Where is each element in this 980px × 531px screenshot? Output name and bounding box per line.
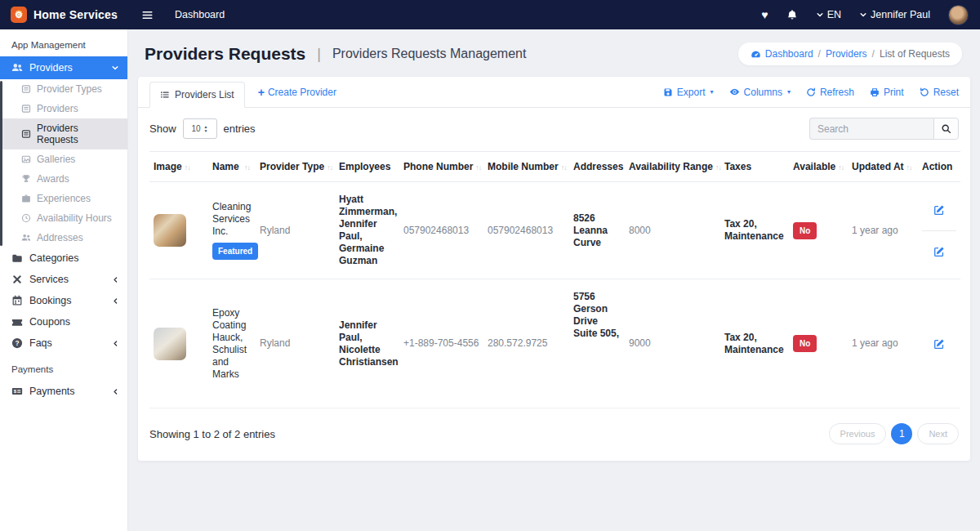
- eye-icon: [729, 87, 740, 97]
- sidebar-item-label: Payments: [29, 386, 75, 397]
- search-button[interactable]: [933, 118, 959, 140]
- page-size-select[interactable]: 10 ▲▼: [183, 118, 217, 139]
- sort-icon[interactable]: ↑↓: [185, 163, 190, 172]
- printer-icon: [870, 87, 880, 97]
- pagination: Previous 1 Next: [829, 423, 959, 444]
- sidebar-item-label: Services: [29, 274, 69, 285]
- brand[interactable]: ⚙ Home Services: [0, 7, 128, 23]
- page-size-value: 10: [191, 124, 200, 133]
- sidebar: App Management Providers Provider Types …: [0, 29, 128, 531]
- breadcrumb-dashboard[interactable]: Dashboard: [751, 48, 813, 60]
- columns-button[interactable]: Columns ▾: [729, 87, 791, 98]
- col-header-phone-number[interactable]: Phone Number↑↓: [399, 152, 483, 182]
- sidebar-item-providers[interactable]: Providers: [0, 99, 127, 118]
- favorites-heart-icon[interactable]: ♥: [761, 8, 768, 21]
- language-selector[interactable]: EN: [816, 9, 841, 20]
- edit-action-button[interactable]: [932, 203, 947, 217]
- col-header-updated-at[interactable]: Updated At↑↓: [848, 152, 918, 182]
- sidebar-item-provider-types[interactable]: Provider Types: [0, 79, 127, 99]
- chevron-left-icon: [112, 340, 119, 347]
- sidebar-item-payments[interactable]: $ Payments: [0, 381, 127, 402]
- map-users-icon: [21, 233, 31, 243]
- sidebar-item-bookings[interactable]: Bookings: [0, 290, 127, 311]
- sidebar-item-addresses[interactable]: Addresses: [0, 228, 127, 248]
- employees: Hyatt Zimmerman, Jennifer Paul, Germaine…: [335, 182, 399, 279]
- mobile-number: 057902468013: [483, 182, 569, 279]
- sort-icon[interactable]: ↑↓: [475, 163, 481, 172]
- sidebar-item-experiences[interactable]: Experiences: [0, 189, 127, 208]
- sidebar-item-label: Availability Hours: [37, 212, 112, 224]
- available-badge: No: [793, 335, 817, 352]
- user-menu[interactable]: Jennifer Paul: [859, 9, 930, 20]
- col-header-name[interactable]: Name ↑↓: [208, 152, 256, 182]
- col-header-provider-type[interactable]: Provider Type↑↓: [256, 152, 335, 182]
- sidebar-item-providers-group[interactable]: Providers: [0, 56, 127, 79]
- sort-icon[interactable]: ↑↓: [244, 163, 250, 172]
- sidebar-item-coupons[interactable]: Coupons: [0, 311, 127, 332]
- col-header-available[interactable]: Available↑↓: [789, 152, 848, 182]
- table-row: Cleaning Services Inc. Featured Ryland H…: [149, 182, 960, 279]
- sidebar-item-label: Bookings: [29, 295, 71, 306]
- sort-icon[interactable]: ↑↓: [906, 163, 912, 172]
- breadcrumb-providers[interactable]: Providers: [826, 48, 867, 60]
- col-header-image[interactable]: Image↑↓: [149, 152, 208, 182]
- col-header-availability-range[interactable]: Availability Range↑↓: [625, 152, 720, 182]
- edit-action-button[interactable]: [932, 244, 947, 259]
- sidebar-item-categories[interactable]: Categories: [0, 248, 127, 269]
- reset-label: Reset: [933, 87, 959, 98]
- search-input[interactable]: [809, 118, 933, 140]
- provider-image: [154, 214, 186, 247]
- chevron-left-icon: [112, 297, 119, 305]
- sidebar-item-services[interactable]: Services: [0, 269, 127, 290]
- folder-icon: [11, 252, 23, 264]
- hamburger-menu-icon[interactable]: [141, 9, 154, 21]
- reset-button[interactable]: Reset: [920, 87, 959, 98]
- page-number-button[interactable]: 1: [891, 423, 912, 444]
- notifications-bell-icon[interactable]: [786, 9, 798, 20]
- columns-label: Columns: [744, 87, 782, 98]
- provider-name: Epoxy Coating Hauck, Schulist and Marks: [208, 279, 256, 408]
- export-button[interactable]: Export ▾: [663, 87, 714, 98]
- topnav-dashboard-link[interactable]: Dashboard: [175, 9, 225, 20]
- breadcrumb-separator: /: [818, 48, 821, 60]
- table-header-row: Image↑↓ Name ↑↓ Provider Type↑↓ Employee…: [149, 152, 960, 182]
- sidebar-item-awards[interactable]: Awards: [0, 169, 127, 189]
- tools-icon: [11, 274, 23, 285]
- card-tabbar: Providers List + Create Provider Export …: [138, 77, 970, 108]
- sort-icon[interactable]: ↑↓: [561, 163, 567, 172]
- user-name: Jennifer Paul: [871, 9, 930, 20]
- sidebar-item-faqs[interactable]: ? Faqs: [0, 332, 127, 354]
- save-icon: [663, 87, 673, 97]
- create-provider-button[interactable]: + Create Provider: [258, 87, 336, 103]
- col-header-mobile-number[interactable]: Mobile Number↑↓: [483, 152, 569, 182]
- sidebar-item-galleries[interactable]: Galleries: [0, 149, 127, 169]
- sidebar-item-label: Coupons: [29, 316, 70, 328]
- svg-text:?: ?: [15, 339, 19, 347]
- plus-icon: +: [258, 88, 265, 96]
- breadcrumb-separator: /: [872, 48, 875, 60]
- refresh-icon: [806, 87, 816, 97]
- user-avatar[interactable]: [948, 5, 969, 25]
- provider-image: [154, 328, 186, 360]
- tab-providers-list[interactable]: Providers List: [149, 82, 245, 108]
- table-footer: Showing 1 to 2 of 2 entries Previous 1 N…: [138, 408, 970, 457]
- ticket-icon: [11, 316, 23, 328]
- print-button[interactable]: Print: [870, 87, 904, 98]
- sort-icon[interactable]: ↑↓: [838, 163, 844, 172]
- refresh-button[interactable]: Refresh: [806, 87, 854, 98]
- language-label: EN: [827, 9, 841, 20]
- sort-icon[interactable]: ↑↓: [327, 163, 332, 172]
- next-page-button[interactable]: Next: [917, 423, 959, 444]
- sidebar-item-label: Experiences: [37, 193, 91, 204]
- col-header-addresses: Addresses: [569, 152, 625, 182]
- sidebar-item-label: Addresses: [37, 232, 83, 243]
- phone-number: +1-889-705-4556: [399, 279, 483, 408]
- users-icon: [11, 62, 23, 74]
- edit-action-button[interactable]: [932, 337, 947, 351]
- sort-icon[interactable]: ↑↓: [715, 163, 721, 172]
- sidebar-item-availability-hours[interactable]: Availability Hours: [0, 208, 127, 228]
- title-divider: |: [317, 46, 321, 63]
- sidebar-item-providers-requests[interactable]: Providers Requests: [0, 118, 127, 149]
- previous-page-button[interactable]: Previous: [829, 423, 887, 444]
- providers-list-card: Providers List + Create Provider Export …: [138, 77, 970, 461]
